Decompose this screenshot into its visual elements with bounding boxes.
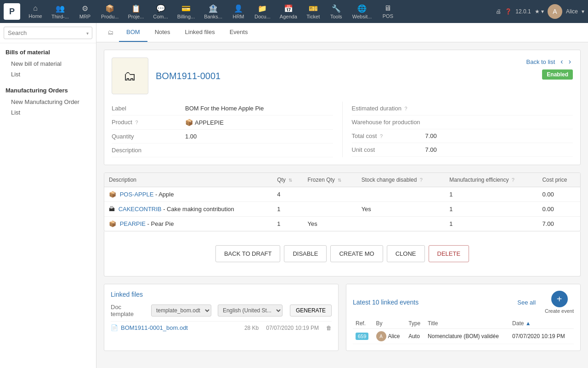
tab-notes[interactable]: Notes (147, 23, 178, 42)
unit-cost-field-label: Unit cost (352, 146, 425, 153)
mfg-efficiency-help-icon[interactable]: ? (512, 177, 514, 183)
left-fields: Label BOM For the Home Apple Pie Product… (112, 102, 342, 157)
stock-change-help-icon[interactable]: ? (420, 177, 423, 183)
product-field-value[interactable]: 📦 APPLEPIE (185, 119, 333, 126)
nav-pos[interactable]: 🖥 POS (376, 0, 399, 23)
nav-projects[interactable]: 📋 Proje... (123, 0, 148, 23)
total-cost-field-row: Total cost ? 7.00 (352, 129, 573, 143)
events-col-date[interactable]: Date ▲ (509, 318, 574, 329)
row2-qty: 1 (272, 202, 303, 217)
form-header-right: Back to list ‹ › Enabled (526, 58, 573, 80)
search-wrapper: ▾ (4, 27, 92, 39)
row3-product-icon: 📦 (109, 220, 116, 227)
total-cost-value: 7.00 (425, 132, 573, 139)
bom-id-title: BOM1911-0001 (156, 71, 220, 81)
events-col-ref: Ref. (353, 318, 373, 329)
event-ref-badge[interactable]: 659 (356, 333, 368, 340)
nav-projects-label: Proje... (128, 14, 144, 19)
total-cost-field-label: Total cost ? (352, 132, 425, 139)
help-icon[interactable]: ❓ (505, 8, 512, 15)
clone-button[interactable]: CLONE (387, 245, 425, 262)
search-input[interactable] (4, 27, 92, 39)
see-all-link[interactable]: See all (517, 299, 536, 306)
disable-button[interactable]: DISABLE (284, 245, 327, 262)
estimated-duration-help-icon[interactable]: ? (405, 106, 407, 111)
create-event-plus-icon: + (551, 291, 568, 307)
nav-tools[interactable]: 🔧 Tools (325, 0, 348, 23)
nav-hrm[interactable]: 👤 HRM (227, 0, 250, 23)
form-area: 🗂 BOM1911-0001 Back to list ‹ › Enabled (104, 50, 581, 165)
generate-button[interactable]: GENERATE (290, 305, 332, 316)
nav-ticket[interactable]: 🎫 Ticket (302, 0, 325, 23)
linked-files-title[interactable]: Linked files (111, 291, 332, 298)
back-to-list-link[interactable]: Back to list (526, 58, 555, 65)
nav-com[interactable]: 💬 Com... (148, 0, 172, 23)
nav-mrp-label: MRP (79, 14, 90, 19)
label-field-row: Label BOM For the Home Apple Pie (112, 102, 333, 115)
row3-product-link[interactable]: PEARPIE (120, 220, 146, 227)
row1-product-link[interactable]: POS-APPLE (120, 191, 154, 198)
nav-agenda[interactable]: 📅 Agenda (275, 0, 302, 23)
nav-banks[interactable]: 🏦 Banks... (199, 0, 227, 23)
linked-files-section: Linked files Doc template template_bom.o… (104, 284, 339, 351)
app-logo[interactable]: P (4, 3, 20, 20)
row2-product-link[interactable]: CAKECONTRIB (119, 206, 162, 213)
unit-cost-field-row: Unit cost 7.00 (352, 143, 573, 157)
doc-template-row: Doc template template_bom.odt English (U… (111, 304, 332, 317)
delete-button[interactable]: DELETE (429, 245, 469, 262)
sidebar-item-new-bill[interactable]: New bill of material (6, 58, 90, 69)
file-name: BOM1911-0001_bom.odt (121, 324, 188, 331)
sidebar-item-bill-list[interactable]: List (6, 69, 90, 80)
sidebar-mfg-section: Manufacturing Orders New Manufacturing O… (0, 81, 96, 120)
product-field-label: Product ? (112, 119, 185, 126)
back-to-draft-button[interactable]: BACK TO DRAFT (215, 245, 281, 262)
nav-mrp[interactable]: ⚙ MRP (74, 0, 96, 23)
qty-sort-icon[interactable]: ⇅ (288, 178, 292, 183)
hrm-icon: 👤 (234, 4, 243, 13)
print-icon[interactable]: 🖨 (496, 8, 501, 15)
sidebar-item-mo-list[interactable]: List (6, 107, 90, 118)
search-dropdown-arrow-icon[interactable]: ▾ (86, 30, 89, 35)
frozen-qty-sort-icon[interactable]: ⇅ (338, 178, 341, 183)
create-mo-button[interactable]: CREATE MO (330, 245, 383, 262)
product-help-icon[interactable]: ? (135, 120, 138, 125)
tab-linked-files[interactable]: Linked files (178, 23, 222, 42)
col-qty: Qty ⇅ (272, 173, 303, 187)
billing-icon: 💳 (181, 4, 191, 13)
nav-billing[interactable]: 💳 Billing... (173, 0, 200, 23)
table-row: 📦 PEARPIE - Pear Pie 1 Yes 1 7.00 (104, 217, 580, 231)
event-date: 07/07/2020 10:19 PM (509, 329, 574, 344)
file-delete-icon[interactable]: 🗑 (326, 325, 332, 331)
row1-description-suffix: - Apple (155, 191, 174, 198)
file-link[interactable]: 📄 BOM1911-0001_bom.odt (111, 324, 188, 331)
tab-events[interactable]: Events (222, 23, 255, 42)
docs-icon: 📁 (258, 4, 267, 13)
previous-record-button[interactable]: ‹ (559, 58, 565, 66)
row1-cost-price: 0.00 (537, 187, 580, 202)
favorites-icon[interactable]: ★ ▾ (535, 8, 544, 15)
user-avatar[interactable]: A (548, 4, 562, 19)
nav-home[interactable]: ⌂ Home (24, 0, 47, 23)
events-header-row: Ref. By Type Title Date ▲ (353, 318, 574, 329)
description-field-label: Description (112, 147, 185, 154)
file-date: 07/07/2020 10:19 PM (266, 325, 319, 331)
create-event-button[interactable]: + Create event (545, 291, 574, 314)
sidebar-item-new-mo[interactable]: New Manufacturing Order (6, 97, 90, 107)
nav-third[interactable]: 👥 Third-... (47, 0, 74, 23)
nav-products[interactable]: 📦 Produ... (96, 0, 124, 23)
language-select[interactable]: English (United St... (218, 305, 283, 316)
row1-product-icon: 📦 (109, 191, 116, 198)
total-cost-help-icon[interactable]: ? (380, 133, 383, 139)
nav-docs[interactable]: 📁 Docu... (250, 0, 275, 23)
next-record-button[interactable]: › (567, 58, 573, 66)
tab-bom[interactable]: BOM (119, 23, 147, 42)
nav-website[interactable]: 🌐 Websit... (348, 0, 377, 23)
row1-frozen-qty (303, 187, 356, 202)
bom-table-body: 📦 POS-APPLE - Apple 4 1 0.00 🏔 (104, 187, 580, 231)
doc-template-select[interactable]: template_bom.odt (151, 305, 211, 316)
sidebar-mfg-title: Manufacturing Orders (6, 87, 90, 94)
mrp-icon: ⚙ (82, 4, 88, 13)
event-by-container: A Alice (376, 331, 403, 341)
user-dropdown-icon[interactable]: ▾ (582, 8, 584, 15)
events-col-type: Type (406, 318, 425, 329)
